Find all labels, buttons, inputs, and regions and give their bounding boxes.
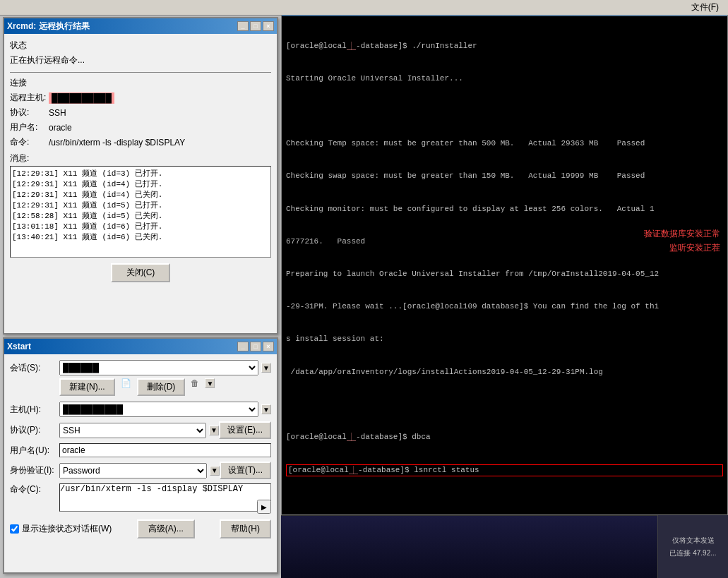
terminal-line-11 bbox=[286, 399, 723, 410]
terminal-line-10: /data/app/oraInventory/logs/installActio… bbox=[286, 367, 723, 378]
terminal-line-12: [oracle@local██-database]$ dbca bbox=[286, 432, 723, 442]
bottom-panel: 仅将文本发送 已连接 47.92... bbox=[657, 515, 728, 578]
host-label: 远程主机: bbox=[10, 92, 49, 104]
command-form-label: 命令(C): bbox=[10, 483, 59, 495]
message-section-label: 消息: bbox=[10, 152, 271, 164]
annotation-db-ok: 验证数据库安装正常 bbox=[644, 228, 720, 240]
settings-t-button[interactable]: 设置(T)... bbox=[220, 462, 271, 479]
xstart-titlebar: Xstart _ □ × bbox=[4, 339, 277, 354]
msg-line-6: [13:40:21] X11 频道 (id=6) 已关闭. bbox=[12, 231, 269, 242]
new-session-button[interactable]: 新建(N)... bbox=[59, 378, 115, 396]
protocol-value: SSH bbox=[49, 108, 66, 118]
maximize-button[interactable]: □ bbox=[250, 21, 261, 31]
msg-line-4: [12:58:28] X11 频道 (id=5) 已关闭. bbox=[12, 210, 269, 221]
host-row: 远程主机: ██████████ bbox=[10, 92, 271, 104]
xstart-minimize-button[interactable]: _ bbox=[237, 342, 249, 351]
divider1 bbox=[10, 72, 271, 73]
xstart-close-button[interactable]: × bbox=[263, 342, 274, 351]
user-form-row: 用户名(U): bbox=[10, 443, 271, 457]
msg-line-3: [12:29:31] X11 频道 (id=5) 已打开. bbox=[12, 200, 269, 210]
terminal-line-14 bbox=[286, 498, 723, 509]
terminal-lsnrctl-line: [oracle@local██-database]$ lsnrctl statu… bbox=[286, 464, 723, 476]
session-label: 会话(S): bbox=[10, 362, 59, 374]
auth-form-row: 身份验证(I): Password ▼ 设置(T)... bbox=[10, 462, 271, 479]
terminal-content[interactable]: [oracle@local██-database]$ ./runInstalle… bbox=[282, 16, 727, 514]
show-dialog-checkbox-label[interactable]: 显示连接状态对话框(W) bbox=[10, 523, 112, 535]
host-form-row: 主机(H): ██████████ ▼ bbox=[10, 402, 271, 417]
close-button-xrcmd[interactable]: 关闭(C) bbox=[111, 263, 171, 282]
close-btn-row: 关闭(C) bbox=[10, 263, 271, 282]
command-run-button[interactable]: ▶ bbox=[257, 500, 271, 514]
command-textarea[interactable]: /usr/bin/xterm -ls -display $DISPLAY bbox=[59, 483, 271, 512]
xstart-maximize-button[interactable]: □ bbox=[250, 342, 261, 351]
protocol-dropdown[interactable]: SSH bbox=[59, 423, 206, 438]
xrcmd-titlebar-buttons: _ □ × bbox=[237, 21, 274, 31]
panel-text2: 已连接 47.92... bbox=[669, 548, 716, 558]
terminal-line-2 bbox=[286, 106, 723, 116]
user-value: oracle bbox=[49, 123, 72, 133]
command-row: 命令: /usr/bin/xterm -ls -display $DISPLAY bbox=[10, 136, 271, 148]
msg-line-2: [12:29:31] X11 频道 (id=4) 已关闭. bbox=[12, 189, 269, 200]
terminal-line-7: Preparing to launch Oracle Universal Ins… bbox=[286, 269, 723, 279]
terminal-line-1: Starting Oracle Universal Installer... bbox=[286, 73, 723, 84]
user-input[interactable] bbox=[59, 443, 271, 457]
new-icon: 📄 bbox=[121, 378, 131, 396]
terminal-line-9: s install session at: bbox=[286, 334, 723, 344]
terminal-window: oracle@local ─database _ □ × [oracle@loc… bbox=[281, 0, 728, 515]
minimize-button[interactable]: _ bbox=[237, 21, 249, 31]
new-del-row: 新建(N)... 📄 删除(D) 🗑 ▼ bbox=[10, 378, 271, 396]
del-session-button[interactable]: 删除(D) bbox=[137, 378, 186, 396]
advanced-button[interactable]: 高级(A)... bbox=[137, 519, 195, 538]
bottom-row: 显示连接状态对话框(W) 高级(A)... 帮助(H) bbox=[10, 519, 271, 538]
xstart-content: 会话(S): ██████ ▼ 新建(N)... 📄 删除(D) 🗑 ▼ 主机(… bbox=[4, 354, 277, 544]
terminal-line-0: [oracle@local██-database]$ ./runInstalle… bbox=[286, 41, 723, 52]
status-section-label: 状态 bbox=[10, 40, 271, 52]
user-row: 用户名: oracle bbox=[10, 121, 271, 133]
command-label: 命令: bbox=[10, 136, 49, 148]
xrcmd-titlebar: Xrcmd: 远程执行结果 _ □ × bbox=[4, 18, 277, 34]
user-form-label: 用户名(U): bbox=[10, 445, 59, 457]
protocol-label: 协议: bbox=[10, 107, 49, 119]
auth-scroll-btn[interactable]: ▼ bbox=[210, 466, 220, 476]
host-value: ██████████ bbox=[49, 92, 114, 104]
xrcmd-content: 状态 正在执行远程命令... 连接 远程主机: ██████████ 协议: S… bbox=[4, 34, 277, 288]
msg-line-0: [12:29:31] X11 频道 (id=3) 已打开. bbox=[12, 168, 269, 179]
protocol-scroll-btn[interactable]: ▼ bbox=[209, 426, 219, 435]
help-button[interactable]: 帮助(H) bbox=[220, 519, 271, 538]
session-dropdown[interactable]: ██████ bbox=[59, 360, 258, 375]
terminal-line-4: Checking swap space: must be greater tha… bbox=[286, 171, 723, 181]
terminal-line-8: -29-31PM. Please wait ...[oracle@local10… bbox=[286, 301, 723, 312]
del-icon: 🗑 bbox=[191, 378, 199, 396]
protocol-form-row: 协议(P): SSH ▼ 设置(E)... bbox=[10, 421, 271, 439]
message-box[interactable]: [12:29:31] X11 频道 (id=3) 已打开. [12:29:31]… bbox=[10, 166, 271, 258]
user-label: 用户名: bbox=[10, 121, 49, 133]
auth-dropdown[interactable]: Password bbox=[59, 463, 207, 478]
msg-line-5: [13:01:18] X11 频道 (id=6) 已打开. bbox=[12, 221, 269, 231]
session-row: 会话(S): ██████ ▼ bbox=[10, 360, 271, 375]
connection-section-label: 连接 bbox=[10, 77, 271, 89]
xstart-titlebar-buttons: _ □ × bbox=[237, 342, 274, 351]
xrcmd-window: Xrcmd: 远程执行结果 _ □ × 状态 正在执行远程命令... 连接 远程… bbox=[3, 17, 278, 335]
taskbar-top: 文件(F) bbox=[0, 0, 728, 16]
annotation-listener-ok: 监听安装正茬 bbox=[669, 242, 720, 254]
show-dialog-checkbox[interactable] bbox=[10, 524, 19, 534]
panel-text1: 仅将文本发送 bbox=[672, 536, 715, 546]
protocol-form-label: 协议(P): bbox=[10, 424, 59, 436]
host-dropdown[interactable]: ██████████ bbox=[59, 402, 258, 417]
terminal-line-5: Checking monitor: must be configured to … bbox=[286, 204, 723, 215]
protocol-row: 协议: SSH bbox=[10, 107, 271, 119]
settings-e-button[interactable]: 设置(E)... bbox=[219, 421, 271, 439]
extra-scroll-btn[interactable]: ▼ bbox=[205, 378, 215, 388]
close-button[interactable]: × bbox=[263, 21, 274, 31]
terminal-line-3: Checking Temp space: must be greater tha… bbox=[286, 138, 723, 149]
session-scroll-btn[interactable]: ▼ bbox=[261, 363, 271, 373]
command-form-row: 命令(C): /usr/bin/xterm -ls -display $DISP… bbox=[10, 483, 271, 514]
file-menu[interactable]: 文件(F) bbox=[685, 0, 725, 16]
auth-form-label: 身份验证(I): bbox=[10, 464, 59, 476]
host-scroll-btn[interactable]: ▼ bbox=[261, 404, 271, 414]
status-text: 正在执行远程命令... bbox=[10, 54, 271, 66]
host-form-label: 主机(H): bbox=[10, 404, 59, 416]
bottom-area: 仅将文本发送 已连接 47.92... bbox=[281, 515, 728, 578]
show-dialog-label: 显示连接状态对话框(W) bbox=[22, 523, 112, 535]
msg-line-1: [12:29:31] X11 频道 (id=4) 已打开. bbox=[12, 179, 269, 189]
